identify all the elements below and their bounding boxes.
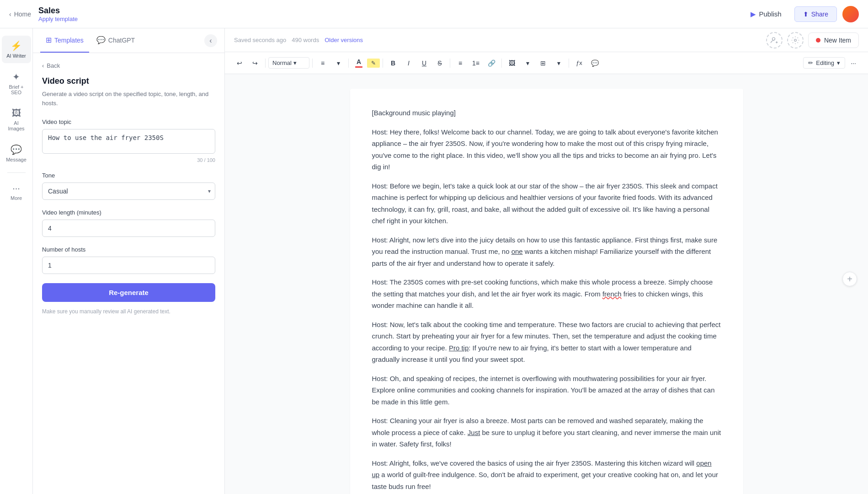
num-hosts-label: Number of hosts (42, 246, 215, 253)
sidebar: ⚡ AI Writer ✦ Brief + SEO 🖼 AI Images 💬 … (0, 28, 33, 494)
back-link[interactable]: ‹ Back (42, 62, 215, 69)
editor-meta: Saved seconds ago 490 words Older versio… (234, 37, 363, 43)
older-versions-link[interactable]: Older versions (325, 37, 363, 43)
num-hosts-input[interactable]: 1 (42, 257, 215, 274)
panel-collapse-button[interactable]: ‹ (204, 34, 217, 47)
table-button[interactable]: ⊞ (536, 56, 550, 70)
settings-icon-btn[interactable] (787, 32, 804, 48)
tab-templates-label: Templates (54, 37, 84, 44)
chatgpt-icon: 💬 (96, 36, 106, 44)
open-up-link[interactable]: open up (372, 459, 712, 479)
paragraph-9: Host: Alright, folks, we've covered the … (372, 457, 721, 493)
add-block-button[interactable]: + (842, 272, 857, 286)
video-topic-input[interactable]: How to use the air fryer 2350S (42, 129, 215, 154)
video-length-input[interactable]: 4 (42, 220, 215, 237)
underline-button[interactable]: U (417, 56, 431, 70)
highlight-button[interactable]: ✎ (367, 59, 380, 68)
tone-label: Tone (42, 172, 215, 179)
sidebar-item-ai-images[interactable]: 🖼 AI Images (2, 103, 31, 136)
paragraph-2: Host: Hey there, folks! Welcome back to … (372, 126, 721, 173)
sidebar-item-label: Brief + SEO (5, 84, 27, 95)
new-item-label: New Item (824, 37, 851, 44)
text-color-button[interactable]: A (351, 56, 366, 70)
back-chevron-icon: ‹ (42, 62, 44, 69)
tab-chatgpt[interactable]: 💬 ChatGPT (91, 28, 140, 53)
bold-button[interactable]: B (386, 56, 400, 70)
chevron-down-icon: ▾ (293, 59, 297, 66)
tab-templates[interactable]: ⊞ Templates (40, 28, 89, 53)
home-link[interactable]: ‹ Home (9, 11, 31, 18)
chevron-left-icon: ‹ (9, 11, 11, 18)
chevron-down-icon: ▾ (837, 59, 840, 66)
tone-select-wrapper: Casual Formal Friendly Professional Humo… (42, 183, 215, 200)
video-length-group: Video length (minutes) 4 (42, 209, 215, 237)
editing-mode-button[interactable]: ✏ Editing ▾ (803, 57, 845, 69)
formula-button[interactable]: ƒx (572, 56, 586, 70)
toolbar-divider-3 (348, 59, 349, 68)
video-topic-group: Video topic How to use the air fryer 235… (42, 118, 215, 163)
paragraph-3: Host: Before we begin, let's take a quic… (372, 180, 721, 227)
comment-button[interactable]: 💬 (587, 56, 602, 70)
page-title: Sales (38, 6, 78, 16)
undo-button[interactable]: ↩ (232, 56, 247, 70)
top-header: ‹ Home Sales Apply template ▶ Publish ⬆ … (0, 0, 868, 28)
toolbar-divider-4 (383, 59, 383, 68)
editor-area: Saved seconds ago 490 words Older versio… (225, 28, 868, 494)
toolbar-divider-5 (450, 59, 450, 68)
num-hosts-group: Number of hosts 1 (42, 246, 215, 274)
image-chevron[interactable]: ▾ (520, 56, 535, 70)
sidebar-item-more[interactable]: ··· More (2, 178, 31, 205)
templates-icon: ⊞ (46, 36, 52, 44)
tab-chatgpt-label: ChatGPT (108, 37, 135, 44)
header-right: ▶ Publish ⬆ Share (743, 6, 859, 22)
avatar[interactable] (842, 6, 859, 22)
publish-button[interactable]: ▶ Publish (743, 6, 788, 22)
video-length-label: Video length (minutes) (42, 209, 215, 216)
lightning-icon: ⚡ (11, 40, 22, 51)
breadcrumb: Sales Apply template (38, 6, 78, 22)
align-button[interactable]: ≡ (315, 56, 330, 70)
strikethrough-button[interactable]: S (432, 56, 447, 70)
align-chevron[interactable]: ▾ (331, 56, 346, 70)
toolbar-divider-6 (501, 59, 502, 68)
sidebar-item-brief-seo[interactable]: ✦ Brief + SEO (2, 67, 31, 100)
toolbar-divider (265, 59, 266, 68)
svg-point-0 (772, 38, 775, 40)
link-button[interactable]: 🔗 (484, 56, 499, 70)
spell-check-word: french (602, 290, 622, 298)
just-link[interactable]: Just (468, 429, 480, 436)
text-style-label: Normal (272, 59, 292, 66)
share-button[interactable]: ⬆ Share (794, 6, 837, 22)
sidebar-item-ai-writer[interactable]: ⚡ AI Writer (2, 36, 31, 63)
main-layout: ⚡ AI Writer ✦ Brief + SEO 🖼 AI Images 💬 … (0, 28, 868, 494)
toolbar-divider-7 (569, 59, 569, 68)
image-button[interactable]: 🖼 (505, 56, 519, 70)
ordered-list-button[interactable]: 1≡ (469, 56, 483, 70)
table-chevron[interactable]: ▾ (551, 56, 566, 70)
apply-template-link[interactable]: Apply template (38, 16, 78, 22)
left-panel-content: ‹ Back Video script Generate a video scr… (33, 53, 224, 494)
sidebar-item-label: Message (6, 157, 27, 162)
editor-content[interactable]: [Background music playing] Host: Hey the… (350, 89, 743, 494)
text-style-select[interactable]: Normal ▾ (268, 57, 309, 69)
char-count: 30 / 100 (42, 157, 215, 163)
pro-tip-link[interactable]: Pro tip (449, 344, 469, 352)
redo-button[interactable]: ↪ (248, 56, 262, 70)
paragraph-5: Host: The 2350S comes with pre-set cooki… (372, 276, 721, 311)
bullet-list-button[interactable]: ≡ (453, 56, 468, 70)
brief-icon: ✦ (12, 71, 20, 82)
user-add-icon-btn[interactable] (766, 32, 783, 48)
paragraph-8: Host: Cleaning your air fryer is also a … (372, 415, 721, 450)
home-label: Home (14, 11, 31, 18)
italic-button[interactable]: I (401, 56, 416, 70)
sidebar-divider (7, 172, 26, 173)
more-options-button[interactable]: ··· (846, 56, 861, 70)
new-item-button[interactable]: New Item (808, 32, 859, 48)
sidebar-item-message[interactable]: 💬 Message (2, 140, 31, 167)
edit-icon: ✏ (808, 59, 813, 66)
tone-select[interactable]: Casual Formal Friendly Professional Humo… (42, 183, 215, 200)
underline-word: one (511, 247, 523, 255)
editor-topbar: Saved seconds ago 490 words Older versio… (225, 28, 868, 52)
regenerate-button[interactable]: Re-generate (42, 283, 215, 302)
paragraph-6: Host: Now, let's talk about the cooking … (372, 319, 721, 365)
